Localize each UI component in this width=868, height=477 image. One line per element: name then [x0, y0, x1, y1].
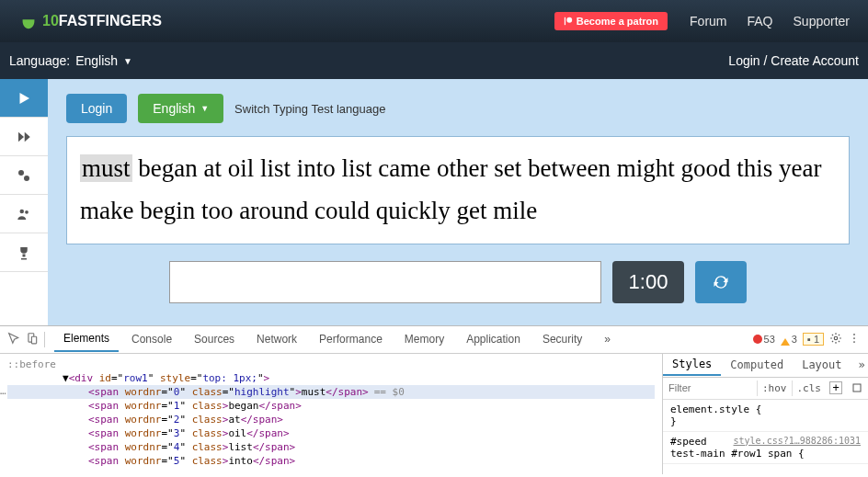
- word: could: [314, 197, 370, 224]
- timer-display: 1:00: [612, 261, 684, 303]
- dom-span-line[interactable]: <span wordnr="4" class>list</span>: [7, 440, 655, 454]
- typing-input[interactable]: [169, 261, 601, 303]
- dom-tree-panel[interactable]: … ::before ▼<div id="row1" style="top: 1…: [0, 354, 662, 474]
- css-rule-block[interactable]: style.css?1…988286:1031 #speed test-main…: [663, 432, 868, 464]
- reload-button[interactable]: [695, 261, 747, 303]
- word: too: [201, 197, 234, 224]
- word: list: [260, 154, 291, 182]
- tab-computed[interactable]: Computed: [721, 355, 793, 375]
- word: mile: [493, 197, 537, 224]
- language-label: Language:: [9, 53, 70, 68]
- tabs-overflow[interactable]: »: [595, 327, 620, 351]
- devtools-body: … ::before ▼<div id="row1" style="top: 1…: [0, 354, 868, 474]
- hov-toggle[interactable]: :hov: [757, 380, 792, 396]
- error-count[interactable]: 53: [753, 334, 775, 345]
- svg-rect-12: [853, 384, 861, 392]
- word: between: [528, 154, 611, 182]
- word: year: [779, 154, 821, 182]
- styles-filter-row: :hov .cls +: [663, 378, 868, 400]
- logo-name: FASTFINGERS: [59, 13, 162, 29]
- dom-span-line[interactable]: <span wordnr="5" class>into</span>: [7, 454, 655, 468]
- new-style-rule[interactable]: +: [829, 381, 842, 394]
- svg-point-10: [853, 337, 855, 339]
- tab-styles[interactable]: Styles: [663, 354, 721, 376]
- dom-before: ::before: [7, 358, 655, 371]
- devtools-tab-application[interactable]: Application: [457, 327, 530, 351]
- topnav-links: Forum FAQ Supporter: [690, 14, 850, 28]
- styles-tabs-overflow[interactable]: »: [851, 358, 868, 371]
- svg-point-4: [20, 209, 25, 213]
- english-label: English: [153, 101, 195, 116]
- devtools-tab-performance[interactable]: Performance: [310, 327, 392, 351]
- word: set: [494, 154, 521, 182]
- svg-point-11: [853, 341, 855, 343]
- hand-icon: [18, 11, 39, 31]
- word: quickly: [376, 197, 451, 224]
- reload-icon: [712, 273, 730, 291]
- devtools-tab-security[interactable]: Security: [533, 327, 591, 351]
- login-button[interactable]: Login: [66, 94, 127, 123]
- site-logo[interactable]: 10 FASTFINGERS: [18, 11, 162, 31]
- patron-label: Become a patron: [577, 16, 658, 27]
- word: list: [342, 154, 372, 182]
- svg-point-9: [853, 334, 855, 335]
- users-icon: [16, 206, 32, 222]
- css-source-link[interactable]: style.css?1…988286:1031: [734, 436, 861, 446]
- devtools-tab-memory[interactable]: Memory: [395, 327, 453, 351]
- sidebar-trophy[interactable]: [0, 233, 48, 272]
- dom-span-line[interactable]: <span wordnr="1" class>began</span>: [7, 399, 655, 413]
- svg-rect-7: [31, 336, 36, 344]
- styles-panel: Styles Computed Layout » :hov .cls + ele…: [662, 354, 868, 474]
- nav-faq[interactable]: FAQ: [748, 14, 773, 28]
- device-icon[interactable]: [26, 332, 39, 347]
- input-row: 1:00: [66, 261, 850, 303]
- sidebar: [0, 79, 48, 325]
- devtools-more[interactable]: [848, 332, 861, 347]
- breadcrumb-dots[interactable]: …: [0, 385, 6, 397]
- chevron-down-icon: ▼: [123, 56, 132, 66]
- content: Login English ▼ Switch Typing Test langu…: [48, 79, 868, 325]
- dom-span-line[interactable]: <span wordnr="0" class="highlight">must<…: [7, 385, 655, 399]
- word: other: [437, 154, 487, 182]
- sidebar-advanced[interactable]: [0, 118, 48, 156]
- dom-row-open[interactable]: ▼<div id="row1" style="top: 1px;">: [7, 371, 655, 385]
- sidebar-multiplayer[interactable]: [0, 195, 48, 233]
- language-selector[interactable]: Language: English ▼: [9, 53, 132, 68]
- tab-layout[interactable]: Layout: [793, 355, 851, 375]
- issues-count[interactable]: ▪ 1: [803, 333, 824, 346]
- english-dropdown[interactable]: English ▼: [138, 94, 223, 123]
- devtools-tab-elements[interactable]: Elements: [54, 326, 119, 352]
- dom-span-line[interactable]: <span wordnr="2" class>at</span>: [7, 413, 655, 426]
- controls-row: Login English ▼ Switch Typing Test langu…: [66, 94, 850, 123]
- word: must: [80, 154, 132, 182]
- login-create-link[interactable]: Login / Create Account: [728, 53, 859, 68]
- cls-toggle[interactable]: .cls: [792, 380, 827, 396]
- become-patron-button[interactable]: Become a patron: [554, 12, 668, 30]
- sidebar-play[interactable]: [0, 79, 48, 118]
- devtools-settings[interactable]: [829, 332, 842, 347]
- inspect-icon[interactable]: [7, 332, 20, 347]
- language-value: English: [75, 53, 118, 68]
- patreon-icon: [564, 17, 573, 26]
- trophy-icon: [16, 244, 32, 261]
- element-style-block[interactable]: element.style { }: [663, 400, 868, 432]
- nav-supporter[interactable]: Supporter: [794, 14, 850, 28]
- rendering-icon[interactable]: [846, 382, 868, 393]
- main-area: Login English ▼ Switch Typing Test langu…: [0, 79, 868, 325]
- logo-ten: 10: [42, 13, 59, 29]
- warning-count[interactable]: 3: [781, 334, 797, 346]
- dom-span-line[interactable]: <span wordnr="3" class>oil</span>: [7, 426, 655, 440]
- word-box: must began at oil list into list came ot…: [66, 136, 850, 244]
- devtools-tab-sources[interactable]: Sources: [185, 327, 244, 351]
- styles-tabs: Styles Computed Layout »: [663, 354, 868, 378]
- devtools-panel: ElementsConsoleSourcesNetworkPerformance…: [0, 325, 868, 474]
- switch-language-link[interactable]: Switch Typing Test language: [234, 102, 385, 116]
- word: this: [737, 154, 772, 182]
- sidebar-settings[interactable]: [0, 156, 48, 195]
- devtools-tab-network[interactable]: Network: [247, 327, 306, 351]
- word: begin: [140, 197, 195, 224]
- nav-forum[interactable]: Forum: [690, 14, 726, 28]
- word: oil: [228, 154, 255, 182]
- styles-filter-input[interactable]: [663, 380, 757, 395]
- devtools-tab-console[interactable]: Console: [122, 327, 181, 351]
